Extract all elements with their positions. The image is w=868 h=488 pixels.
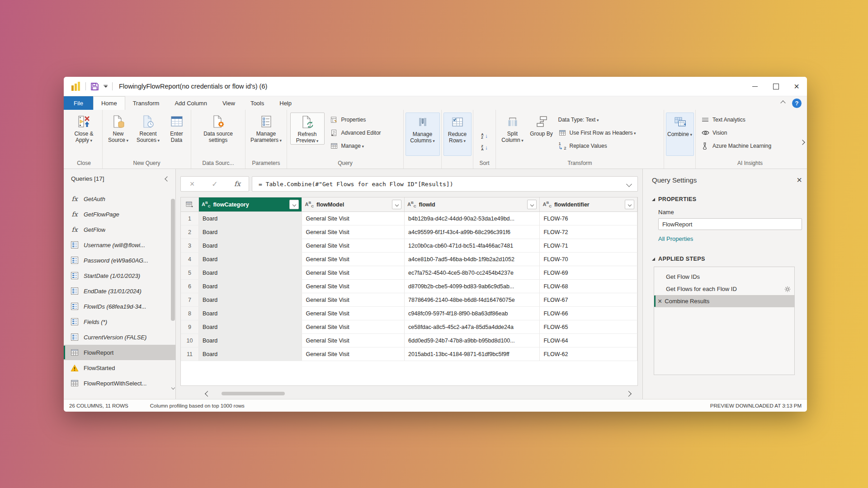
properties-button[interactable]: Properties: [328, 114, 401, 125]
query-list-item-currentversion-false-[interactable]: CurrentVersion (FALSE): [64, 329, 175, 345]
formula-input[interactable]: = Table.Combine(#"Get Flows for each Flo…: [252, 176, 638, 192]
select-all-corner-button[interactable]: [181, 197, 199, 211]
grid-cell[interactable]: FLOW-69: [540, 266, 637, 279]
row-number[interactable]: 2: [181, 225, 199, 239]
grid-cell[interactable]: Board: [199, 307, 302, 320]
close-button[interactable]: ×: [786, 77, 807, 96]
row-number[interactable]: 6: [181, 280, 199, 293]
grid-cell[interactable]: c948fc09-597f-4f18-8f90-b8a63df86eab: [405, 307, 540, 320]
grid-cell[interactable]: FLOW-70: [540, 253, 637, 266]
menu-tab-file[interactable]: File: [64, 96, 93, 110]
query-list-item-username-will-flowi-[interactable]: Username (will@flowi...: [64, 237, 175, 253]
minimize-button[interactable]: [745, 77, 765, 96]
applied-step-get-flows-for-each-flow-id[interactable]: Get Flows for each Flow ID: [654, 283, 794, 295]
refresh-preview-button[interactable]: Refresh Preview: [290, 113, 325, 145]
grid-cell[interactable]: Board: [199, 334, 302, 347]
grid-cell[interactable]: 2015abd1-13bc-4184-9871-61df9bc5f9ff: [405, 347, 540, 361]
query-list-item-flowstarted[interactable]: FlowStarted: [64, 360, 175, 375]
grid-cell[interactable]: Board: [199, 347, 302, 361]
grid-cell[interactable]: FLOW-65: [540, 320, 637, 333]
grid-cell[interactable]: 12c0b0ca-cb60-471d-bc51-4fa466ac7481: [405, 239, 540, 252]
commit-formula-button[interactable]: ✓: [203, 177, 226, 191]
group-by-button[interactable]: Group By: [529, 113, 554, 137]
row-number[interactable]: 9: [181, 320, 199, 333]
delete-step-icon[interactable]: ×: [658, 298, 662, 305]
grid-cell[interactable]: General Site Visit: [302, 266, 405, 279]
reduce-rows-button[interactable]: Reduce Rows: [443, 113, 472, 156]
grid-cell[interactable]: FLOW-71: [540, 239, 637, 252]
row-number[interactable]: 7: [181, 293, 199, 306]
data-type-button[interactable]: Data Type: Text: [557, 114, 661, 125]
grid-cell[interactable]: Board: [199, 266, 302, 279]
ribbon-overflow-icon[interactable]: [801, 138, 804, 146]
row-number[interactable]: 10: [181, 334, 199, 347]
sort-ascending-button[interactable]: AZ ↓: [481, 132, 487, 140]
grid-cell[interactable]: FLOW-62: [540, 347, 637, 361]
all-properties-link[interactable]: All Properties: [658, 235, 802, 242]
query-list-item-getflow[interactable]: fxGetFlow: [64, 222, 175, 237]
query-list-item-flowreport[interactable]: FlowReport: [64, 345, 175, 360]
properties-section-header[interactable]: PROPERTIES: [652, 196, 802, 202]
applied-steps-section-header[interactable]: APPLIED STEPS: [652, 256, 802, 262]
grid-cell[interactable]: Board: [199, 320, 302, 333]
help-icon[interactable]: ?: [792, 99, 802, 108]
grid-cell[interactable]: ec7fa752-4540-4ce5-8b70-cc2454b4237e: [405, 266, 540, 279]
menu-tab-view[interactable]: View: [215, 96, 243, 110]
column-header-flowIdentifier[interactable]: ABCflowIdentifier: [540, 197, 637, 211]
grid-cell[interactable]: General Site Visit: [302, 334, 405, 347]
grid-cell[interactable]: Board: [199, 239, 302, 252]
row-number[interactable]: 4: [181, 253, 199, 266]
manage-button[interactable]: Manage: [328, 141, 401, 151]
text-analytics-button[interactable]: Text Analytics: [699, 114, 801, 125]
grid-cell[interactable]: b4b12b9a-d4c2-44dd-90a2-53da1e49bd...: [405, 212, 540, 225]
grid-cell[interactable]: General Site Visit: [302, 280, 405, 293]
advanced-editor-button[interactable]: Advanced Editor: [328, 127, 401, 138]
sort-descending-button[interactable]: ZA ↓: [481, 144, 487, 152]
use-first-row-as-headers-button[interactable]: Use First Row as Headers: [557, 127, 661, 138]
manage-parameters-button[interactable]: Manage Parameters: [247, 113, 285, 144]
close-and-apply-button[interactable]: Close & Apply: [68, 113, 100, 144]
query-list-item-flowreportwithselect-[interactable]: FlowReportWithSelect...: [64, 375, 175, 391]
collapse-ribbon-icon[interactable]: [780, 100, 785, 105]
grid-cell[interactable]: a4ce81b0-7ad5-46ba-b4db-1f9b2a2d1052: [405, 253, 540, 266]
query-list-item-flowids-68fea19d-34-[interactable]: FlowIDs (68fea19d-34...: [64, 299, 175, 314]
grid-cell[interactable]: 6dd0ed59-24b7-47b8-a9bb-b95bd8d100...: [405, 334, 540, 347]
scroll-down-icon[interactable]: [172, 383, 175, 391]
grid-cell[interactable]: FLOW-72: [540, 225, 637, 239]
manage-columns-button[interactable]: Manage Columns: [406, 113, 440, 156]
vision-button[interactable]: Vision: [699, 127, 801, 138]
query-list-item-getflowpage[interactable]: fxGetFlowPage: [64, 206, 175, 222]
grid-cell[interactable]: Board: [199, 280, 302, 293]
grid-cell[interactable]: General Site Visit: [302, 307, 405, 320]
queries-scrollbar-thumb[interactable]: [171, 199, 175, 321]
split-column-button[interactable]: Split Column: [499, 113, 527, 144]
row-number[interactable]: 3: [181, 239, 199, 252]
grid-cell[interactable]: FLOW-68: [540, 280, 637, 293]
row-number[interactable]: 8: [181, 307, 199, 320]
applied-step-combine-results[interactable]: ×Combine Results: [654, 295, 794, 307]
row-number[interactable]: 1: [181, 212, 199, 225]
step-settings-icon[interactable]: [784, 286, 791, 292]
query-list-item-fields-[interactable]: Fields (*): [64, 314, 175, 329]
grid-cell[interactable]: General Site Visit: [302, 320, 405, 333]
maximize-button[interactable]: [765, 77, 786, 96]
menu-tab-home[interactable]: Home: [93, 96, 125, 110]
new-source-button[interactable]: New Source: [104, 113, 132, 144]
grid-cell[interactable]: General Site Visit: [302, 347, 405, 361]
grid-cell[interactable]: General Site Visit: [302, 225, 405, 239]
data-source-settings-button[interactable]: Data source settings: [195, 113, 242, 144]
filter-icon[interactable]: [392, 200, 401, 209]
grid-cell[interactable]: Board: [199, 293, 302, 306]
column-header-flowModel[interactable]: ABCflowModel: [302, 197, 405, 211]
grid-cell[interactable]: FLOW-66: [540, 307, 637, 320]
column-header-flowId[interactable]: ABCflowId: [405, 197, 540, 211]
grid-cell[interactable]: Board: [199, 225, 302, 239]
scroll-right-icon[interactable]: [627, 389, 631, 398]
close-pane-icon[interactable]: ×: [797, 175, 802, 184]
query-list-item-startdate-1-01-2023-[interactable]: StartDate (1/01/2023): [64, 268, 175, 283]
menu-tab-tools[interactable]: Tools: [243, 96, 272, 110]
applied-step-get-flow-ids[interactable]: Get Flow IDs: [654, 271, 794, 283]
save-icon[interactable]: [90, 82, 99, 91]
grid-cell[interactable]: a4c95599-6f1f-43c4-a99b-68c296c391f6: [405, 225, 540, 239]
query-list-item-getauth[interactable]: fxGetAuth: [64, 191, 175, 206]
